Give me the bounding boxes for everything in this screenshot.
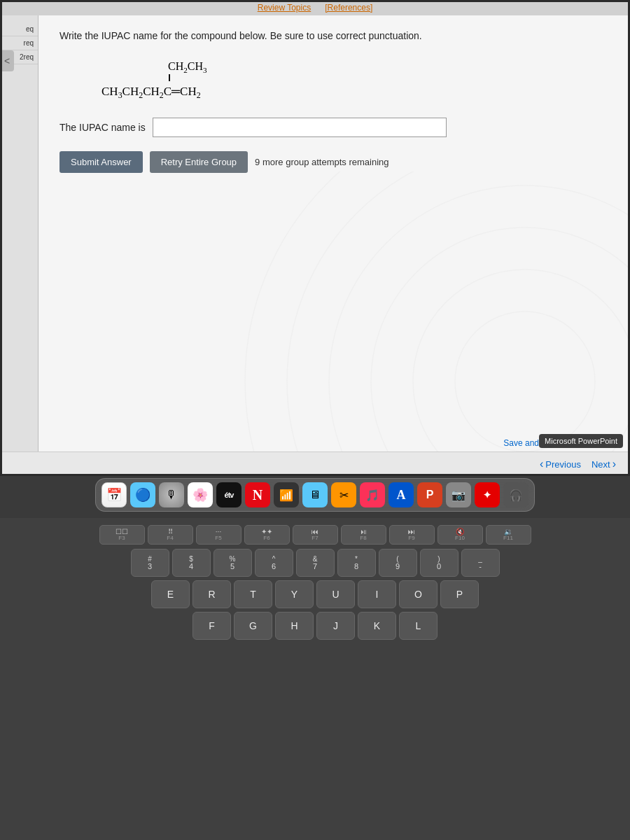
key-l[interactable]: L	[399, 612, 438, 640]
dock-icon-headphones[interactable]: 🎧	[503, 482, 528, 507]
retry-entire-group-button[interactable]: Retry Entire Group	[150, 151, 248, 173]
key-7[interactable]: & 7	[296, 549, 335, 577]
sidebar-item-eq: eq	[0, 22, 38, 36]
iupac-row: The IUPAC name is	[59, 118, 609, 137]
formula-branch: CH2CH3	[168, 61, 609, 74]
key-7-bottom: 7	[313, 563, 317, 570]
keyboard: ☐☐ F3 ⠿ F4 ··· F5 ✦✦ F6 ⏮ F7 ⏯ F8 ⏭ F9 🔇	[0, 518, 630, 840]
key-e[interactable]: E	[151, 580, 190, 608]
key-f-label: F	[209, 620, 215, 631]
f3-label: F3	[118, 536, 125, 541]
key-8-top: *	[355, 556, 358, 563]
dock-icon-finder[interactable]: 🔵	[130, 482, 155, 507]
previous-button[interactable]: ‹ Previous	[540, 458, 581, 470]
key-u[interactable]: U	[316, 580, 355, 608]
dock-icon-photos[interactable]: 🌸	[188, 482, 213, 507]
dock-icon-monitor[interactable]: 🖥	[302, 482, 328, 507]
svg-point-0	[455, 312, 595, 451]
key-8-bottom: 8	[354, 563, 358, 570]
key-6[interactable]: ^ 6	[255, 549, 293, 577]
key-h[interactable]: H	[275, 612, 314, 640]
dock-icon-siri[interactable]: 🎙	[159, 482, 184, 507]
nav-footer: ‹ Previous Next ›	[0, 451, 630, 476]
key-y-label: Y	[291, 589, 298, 600]
review-topics-link[interactable]: Review Topics	[258, 3, 311, 13]
dock-icon-appletv[interactable]: étv	[216, 482, 241, 507]
key-3[interactable]: # 3	[131, 549, 169, 577]
key-f10[interactable]: 🔇 F10	[438, 525, 483, 545]
key-f9[interactable]: ⏭ F9	[389, 525, 435, 545]
key-0-top: )	[438, 556, 440, 563]
key-f3[interactable]: ☐☐ F3	[99, 525, 145, 545]
dock-icon-wifi[interactable]: 📶	[274, 482, 299, 507]
f11-label: F11	[503, 536, 513, 541]
dock-icon-text[interactable]: A	[388, 482, 414, 507]
key-g[interactable]: G	[234, 612, 272, 640]
key-3-bottom: 3	[148, 563, 152, 570]
chemical-formula: CH2CH3 CH3CH2CH2C═CH2	[59, 61, 609, 104]
key-9-top: (	[396, 556, 398, 563]
save-and-text: Save and	[503, 438, 539, 448]
key-5[interactable]: % 5	[214, 549, 252, 577]
key-t[interactable]: T	[234, 580, 272, 608]
next-label: Next	[592, 459, 610, 470]
key-p-label: P	[456, 589, 463, 600]
references-link[interactable]: [References]	[325, 3, 372, 13]
key-4[interactable]: $ 4	[172, 549, 211, 577]
previous-label: Previous	[545, 459, 581, 470]
key-8[interactable]: * 8	[337, 549, 376, 577]
key-f8[interactable]: ⏯ F8	[341, 525, 386, 545]
next-button[interactable]: Next ›	[592, 458, 616, 470]
dock: 📅 🔵 🎙 🌸 étv N 📶 🖥 ✂ 🎵 A P 📷 ✦ 🎧	[95, 478, 535, 512]
dock-icon-scissors[interactable]: ✂	[331, 482, 356, 507]
qwerty-row: E R T Y U I O P	[14, 580, 616, 608]
question-instruction: Write the IUPAC name for the compound be…	[59, 29, 609, 43]
dock-icon-camera[interactable]: 📷	[446, 482, 471, 507]
key-f11[interactable]: 🔉 F11	[486, 525, 531, 545]
key-i-label: I	[376, 589, 379, 600]
key-f6[interactable]: ✦✦ F6	[244, 525, 290, 545]
key-f[interactable]: F	[192, 612, 231, 640]
attempts-remaining-text: 9 more group attempts remaining	[255, 157, 388, 167]
key-minus[interactable]: _ -	[461, 549, 500, 577]
key-j[interactable]: J	[316, 612, 355, 640]
dock-icon-acrobat[interactable]: ✦	[475, 482, 500, 507]
key-y[interactable]: Y	[275, 580, 314, 608]
function-key-row: ☐☐ F3 ⠿ F4 ··· F5 ✦✦ F6 ⏮ F7 ⏯ F8 ⏭ F9 🔇	[14, 525, 616, 545]
dock-icon-music[interactable]: 🎵	[360, 482, 385, 507]
formula-main-chain: CH3CH2CH2C═CH2	[102, 81, 201, 104]
previous-chevron-icon: ‹	[540, 458, 543, 470]
sidebar-collapse-arrow[interactable]: <	[0, 50, 14, 71]
key-i[interactable]: I	[358, 580, 396, 608]
key-f7[interactable]: ⏮ F7	[293, 525, 338, 545]
dock-icon-calendar[interactable]: 📅	[102, 482, 127, 507]
svg-point-4	[287, 172, 630, 451]
key-0[interactable]: ) 0	[420, 549, 458, 577]
key-0-bottom: 0	[437, 563, 441, 570]
iupac-input[interactable]	[153, 118, 447, 137]
question-area: Write the IUPAC name for the compound be…	[38, 15, 630, 451]
dock-icon-netflix[interactable]: N	[245, 482, 270, 507]
key-r[interactable]: R	[192, 580, 231, 608]
key-3-top: #	[148, 556, 152, 563]
number-key-row: # 3 $ 4 % 5 ^ 6 & 7 * 8 ( 9 ) 0	[14, 549, 616, 577]
dock-icon-powerpoint[interactable]: P	[417, 482, 442, 507]
key-f5[interactable]: ··· F5	[196, 525, 241, 545]
key-5-bottom: 5	[230, 563, 234, 570]
key-7-top: &	[313, 556, 318, 563]
key-f4[interactable]: ⠿ F4	[148, 525, 193, 545]
key-o[interactable]: O	[399, 580, 438, 608]
submit-answer-button[interactable]: Submit Answer	[59, 151, 143, 173]
svg-point-2	[371, 227, 630, 451]
sidebar-item-req: req	[0, 36, 38, 50]
key-j-label: J	[333, 620, 338, 631]
screen: Review Topics [References] < eq req 2req…	[0, 0, 630, 476]
background-decoration	[38, 155, 630, 451]
f6-label: F6	[263, 536, 270, 541]
key-9[interactable]: ( 9	[379, 549, 417, 577]
key-p[interactable]: P	[440, 580, 479, 608]
key-k[interactable]: K	[358, 612, 396, 640]
key-h-label: H	[290, 620, 298, 631]
ppt-tooltip: Microsoft PowerPoint	[539, 434, 623, 448]
key-4-top: $	[189, 556, 193, 563]
